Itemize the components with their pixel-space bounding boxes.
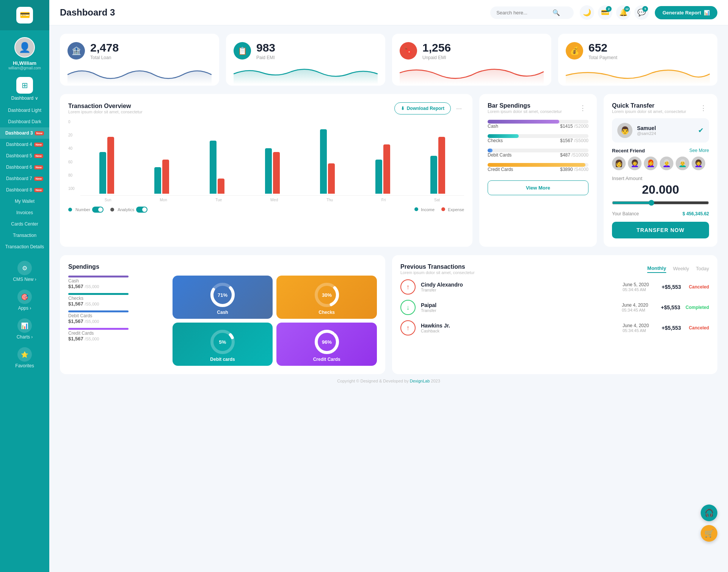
sidebar-item-label: Dashboard 7 [6, 176, 32, 181]
bar-red-sat[interactable] [438, 137, 445, 194]
sidebar-item-cms[interactable]: ⚙ CMS New › [0, 257, 49, 286]
friend-avatar-1[interactable]: 👩 [612, 157, 626, 170]
bar-red-mon[interactable] [162, 160, 169, 194]
spending-bar-fill-credit [488, 163, 585, 167]
tab-today[interactable]: Today [696, 266, 709, 273]
bar-red-fri[interactable] [383, 144, 390, 194]
bar-teal-sat[interactable] [430, 156, 437, 194]
bar-teal-sun[interactable] [99, 152, 106, 194]
sidebar-item-dashboard-dark[interactable]: Dashboard Dark [0, 116, 49, 127]
stat-label-paid-emi: Paid EMI [256, 55, 275, 60]
transfer-now-button[interactable]: TRANSFER NOW [612, 222, 709, 238]
friend-avatar-4[interactable]: 👩‍🦳 [660, 157, 673, 170]
sidebar-item-dashboard-light[interactable]: Dashboard Light [0, 105, 49, 116]
wave-chart-paid-emi [234, 63, 378, 84]
sidebar-item-favorites[interactable]: ⭐ Favorites [0, 343, 49, 372]
tx-type-cindy: Transfer [421, 288, 463, 292]
sidebar-item-dashboard3[interactable]: Dashboard 3New [0, 127, 49, 139]
tx-type-paipal: Transfer [421, 308, 436, 313]
search-bar[interactable]: 🔍 [490, 6, 574, 19]
friend-avatar-5[interactable]: 👨‍🦳 [676, 157, 689, 170]
sidebar-item-dashboard4[interactable]: Dashboard 4New [0, 139, 49, 150]
search-icon: 🔍 [552, 9, 560, 16]
quick-transfer-more-button[interactable]: ⋮ [698, 104, 709, 112]
previous-transactions-card: Previous Transactions Lorem ipsum dolor … [392, 255, 717, 374]
svg-text:96%: 96% [322, 339, 332, 345]
contact-handle: @sam224 [637, 131, 656, 136]
bar-teal-fri[interactable] [375, 160, 382, 194]
download-report-button[interactable]: ⬇ Download Report [394, 102, 451, 114]
quick-transfer-title-block: Quick Transfer Lorem ipsum dolor sit ame… [612, 102, 686, 114]
analytics-switch[interactable] [136, 207, 147, 213]
tab-weekly[interactable]: Weekly [673, 266, 689, 273]
bar-teal-tue[interactable] [210, 141, 217, 194]
bar-red-thu[interactable] [328, 163, 335, 194]
cart-fab[interactable]: 🛒 [701, 525, 717, 542]
spendings-card: Spendings Cash $1,567 /S5,000 Checks $1,… [60, 255, 385, 374]
bell-btn[interactable]: 🔔 12 [616, 5, 631, 20]
sidebar-item-my-wallet[interactable]: My Wallet [0, 196, 49, 207]
dashboard-dropdown-label[interactable]: Dashboard ∨ [11, 96, 38, 101]
sidebar-item-dashboard7[interactable]: Dashboard 7New [0, 173, 49, 184]
sidebar-item-transaction[interactable]: Transaction [0, 230, 49, 241]
bar-group-mon [136, 160, 188, 194]
spending-bar-bg-checks [488, 134, 588, 138]
tab-monthly[interactable]: Monthly [647, 265, 666, 273]
bar-teal-thu[interactable] [320, 129, 327, 194]
transaction-overview-card: Transaction Overview Lorem ipsum dolor s… [60, 94, 472, 247]
stat-number-loan: 2,478 [90, 42, 119, 53]
friend-avatar-6[interactable]: 👩‍🦱 [692, 157, 705, 170]
cart-icon: 🛒 [704, 529, 714, 538]
sidebar-item-invoices[interactable]: Invoices [0, 207, 49, 218]
more-options-button[interactable]: ··· [454, 105, 464, 113]
donut-tile-debit: 5% Debit cards [173, 323, 273, 366]
analytics-toggle[interactable]: Analytics [110, 207, 147, 213]
bar-teal-wed[interactable] [265, 148, 272, 194]
cards-btn[interactable]: 💳 2 [598, 5, 612, 20]
bar-spendings-more-button[interactable]: ⋮ [577, 104, 588, 112]
chat-btn[interactable]: 💬 5 [634, 5, 649, 20]
contact-check-icon: ✔ [698, 126, 704, 135]
sidebar-item-cards-center[interactable]: Cards Center [0, 218, 49, 230]
debit-bar [68, 310, 129, 312]
sidebar-item-dashboard5[interactable]: Dashboard 5New [0, 150, 49, 161]
moon-btn[interactable]: 🌙 [580, 5, 594, 20]
bar-red-wed[interactable] [273, 152, 280, 194]
amount-slider[interactable] [612, 200, 709, 206]
sidebar-item-apps[interactable]: 🎯 Apps › [0, 286, 49, 315]
number-dot [68, 208, 72, 212]
friend-avatar-3[interactable]: 👩‍🦰 [644, 157, 657, 170]
bar-teal-mon[interactable] [154, 167, 161, 194]
tx-info-cindy: Cindy Alexandro Transfer [421, 282, 463, 292]
footer-year: 2023 [431, 379, 440, 383]
friend-avatar-2[interactable]: 👩‍🦱 [628, 157, 642, 170]
see-more-link[interactable]: See More [689, 148, 709, 154]
generate-report-button[interactable]: Generate Report 📊 [655, 6, 717, 19]
donut-tile-credit: 96% Credit Cards [276, 323, 377, 366]
transaction-list: ↑ Cindy Alexandro Transfer June 5, 2020 … [400, 279, 709, 335]
logo-icon[interactable]: 💳 [16, 7, 33, 24]
wave-chart-loan [67, 63, 212, 84]
chart-legend: Number Analytics Income [68, 207, 464, 213]
bar-chart-icon: 📊 [704, 10, 710, 16]
number-switch[interactable] [92, 207, 104, 213]
bar-chart-inner: Sun Mon Tue Wed Thu Fri Sat [80, 120, 464, 202]
stat-card-unpaid-emi: 🔖 1,256 Unpaid EMI [392, 34, 551, 86]
bar-chart-y-labels: 100 80 60 40 20 0 [68, 120, 79, 191]
search-input[interactable] [496, 10, 549, 16]
transaction-overview-header: Transaction Overview Lorem ipsum dolor s… [68, 102, 464, 114]
donut-checks-inner: 30% [314, 282, 340, 308]
sidebar-item-dashboard6[interactable]: Dashboard 6New [0, 161, 49, 173]
support-fab[interactable]: 🎧 [701, 505, 717, 521]
sidebar-item-dashboard8[interactable]: Dashboard 8New [0, 184, 49, 196]
bar-red-tue[interactable] [218, 179, 224, 194]
sidebar-item-transaction-details[interactable]: Transaction Details [0, 241, 49, 252]
sidebar-item-charts[interactable]: 📊 Charts › [0, 315, 49, 343]
mid-row: Transaction Overview Lorem ipsum dolor s… [60, 94, 717, 247]
view-more-button[interactable]: View More [488, 180, 588, 195]
bar-red-sun[interactable] [107, 137, 114, 194]
number-toggle[interactable]: Number [68, 207, 104, 213]
footer-brand-link[interactable]: DexignLab [410, 379, 430, 383]
spendings-list: Cash $1,567 /S5,000 Checks $1,567 /S5,00… [68, 276, 169, 342]
dashboard-icon-btn[interactable]: ⊞ [16, 77, 33, 94]
